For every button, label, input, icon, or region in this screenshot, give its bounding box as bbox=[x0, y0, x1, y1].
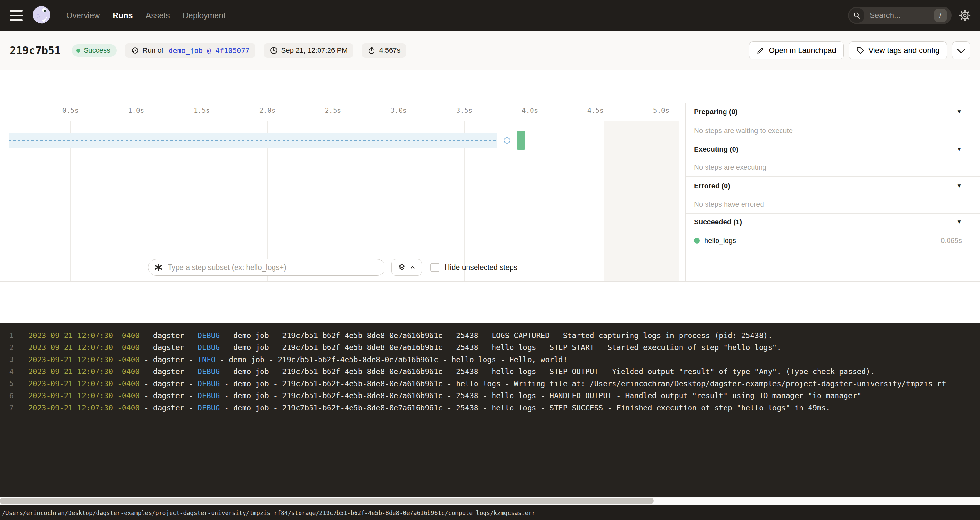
empty-message: No steps are waiting to execute bbox=[694, 127, 793, 135]
log-line: 32023-09-21 12:07:30 -0400 - dagster - I… bbox=[0, 354, 980, 366]
log-line-number: 6 bbox=[0, 392, 20, 400]
log-line-text: 2023-09-21 12:07:30 -0400 - dagster - IN… bbox=[20, 355, 568, 364]
axis-tick-label: 4.5s bbox=[587, 107, 604, 114]
chevron-down-icon bbox=[957, 46, 965, 53]
axis-tick-label: 3.5s bbox=[456, 107, 473, 114]
graph-query-toggle-button[interactable] bbox=[391, 259, 422, 276]
top-nav: Overview Runs Assets Deployment / bbox=[0, 0, 980, 31]
log-line-text: 2023-09-21 12:07:30 -0400 - dagster - DE… bbox=[20, 404, 830, 412]
step-row-hello-logs[interactable]: hello_logs 0.065s bbox=[686, 230, 980, 251]
search-icon bbox=[849, 8, 864, 23]
axis-tick-label: 1.0s bbox=[128, 107, 145, 114]
log-line: 72023-09-21 12:07:30 -0400 - dagster - D… bbox=[0, 402, 980, 414]
log-line-number: 3 bbox=[0, 355, 20, 363]
log-line: 12023-09-21 12:07:30 -0400 - dagster - D… bbox=[0, 330, 980, 342]
run-of-prefix: Run of bbox=[143, 46, 165, 55]
gear-icon[interactable] bbox=[959, 10, 971, 22]
hide-unselected-row: Hide unselected steps bbox=[431, 263, 517, 272]
nav-link-deployment[interactable]: Deployment bbox=[183, 11, 226, 20]
op-selector-icon bbox=[153, 263, 163, 272]
run-of-job-link[interactable]: demo_job @ 4f105077 bbox=[169, 47, 250, 55]
section-header-succeeded[interactable]: Succeeded (1) ▼ bbox=[686, 214, 980, 230]
slash-key-hint: / bbox=[934, 9, 947, 22]
empty-message: No steps have errored bbox=[694, 200, 764, 209]
hide-unselected-label: Hide unselected steps bbox=[445, 263, 517, 272]
chevron-down-icon[interactable]: ▼ bbox=[956, 146, 962, 153]
axis-tick-label: 1.5s bbox=[194, 107, 210, 114]
nav-link-runs[interactable]: Runs bbox=[113, 11, 133, 20]
section-title: Preparing (0) bbox=[694, 108, 738, 116]
view-tags-config-button[interactable]: View tags and config bbox=[849, 41, 947, 59]
pencil-icon bbox=[756, 46, 765, 55]
tag-icon bbox=[856, 46, 864, 55]
log-line-number: 5 bbox=[0, 380, 20, 388]
run-of-tag: Run of demo_job @ 4f105077 bbox=[125, 43, 255, 57]
search-input[interactable] bbox=[869, 11, 928, 20]
status-badge: Success bbox=[72, 44, 117, 57]
log-line-number: 1 bbox=[0, 331, 20, 339]
layers-icon bbox=[397, 263, 407, 272]
clock-icon bbox=[270, 46, 278, 55]
scrollbar-thumb[interactable] bbox=[0, 498, 654, 504]
duration-value: 4.567s bbox=[379, 46, 400, 55]
step-subset-row: Hide unselected steps bbox=[148, 259, 517, 276]
log-line-text: 2023-09-21 12:07:30 -0400 - dagster - DE… bbox=[20, 380, 946, 388]
step-subset-input[interactable] bbox=[167, 263, 385, 272]
stopwatch-icon bbox=[368, 46, 376, 55]
menu-icon[interactable] bbox=[10, 10, 22, 21]
log-toolbar: stdout stderr bbox=[0, 281, 980, 323]
duration-tag: 4.567s bbox=[362, 43, 406, 57]
log-line: 52023-09-21 12:07:30 -0400 - dagster - D… bbox=[0, 377, 980, 390]
hide-unselected-checkbox[interactable] bbox=[431, 263, 439, 272]
chevron-up-icon bbox=[409, 264, 416, 271]
log-line-number: 4 bbox=[0, 368, 20, 376]
section-header-executing[interactable]: Executing (0) ▼ bbox=[686, 140, 980, 159]
log-line: 62023-09-21 12:07:30 -0400 - dagster - D… bbox=[0, 390, 980, 402]
step-name: hello_logs bbox=[704, 236, 736, 245]
step-bar-hello-logs[interactable] bbox=[517, 131, 525, 150]
open-in-launchpad-button[interactable]: Open in Launchpad bbox=[749, 41, 843, 59]
log-line: 22023-09-21 12:07:30 -0400 - dagster - D… bbox=[0, 342, 980, 354]
search-bar[interactable]: / bbox=[848, 7, 952, 24]
log-line-text: 2023-09-21 12:07:30 -0400 - dagster - DE… bbox=[20, 367, 875, 376]
post-run-shaded-region bbox=[604, 121, 679, 281]
chevron-down-icon[interactable]: ▼ bbox=[956, 219, 962, 225]
section-title: Executing (0) bbox=[694, 145, 738, 154]
gantt-chart: 0.5s1.0s1.5s2.0s2.5s3.0s3.5s4.0s4.5s5.0s bbox=[0, 103, 685, 281]
header-more-actions-button[interactable] bbox=[952, 41, 970, 59]
axis-tick-label: 5.0s bbox=[653, 107, 670, 114]
section-title: Errored (0) bbox=[694, 182, 730, 190]
axis-tick-label: 3.0s bbox=[391, 107, 407, 114]
dagster-logo-icon[interactable] bbox=[31, 5, 52, 26]
started-time: Sep 21, 12:07:26 PM bbox=[281, 46, 348, 55]
axis-tick-label: 4.0s bbox=[522, 107, 538, 114]
log-line-text: 2023-09-21 12:07:30 -0400 - dagster - DE… bbox=[20, 343, 781, 352]
section-header-errored[interactable]: Errored (0) ▼ bbox=[686, 177, 980, 195]
view-tags-config-label: View tags and config bbox=[869, 46, 939, 55]
chevron-down-icon[interactable]: ▼ bbox=[956, 183, 962, 189]
status-label: Success bbox=[84, 46, 110, 55]
history-icon bbox=[131, 46, 139, 55]
step-status-panel: Preparing (0) ▼ No steps are waiting to … bbox=[685, 103, 980, 281]
log-lines: 12023-09-21 12:07:30 -0400 - dagster - D… bbox=[0, 330, 980, 414]
gantt-toolbar: Hide not started steps bbox=[0, 70, 980, 103]
log-file-path: /Users/erincochran/Desktop/dagster-examp… bbox=[2, 509, 535, 516]
gridline bbox=[595, 121, 596, 281]
nav-link-assets[interactable]: Assets bbox=[146, 11, 170, 20]
nav-link-overview[interactable]: Overview bbox=[66, 11, 100, 20]
chevron-down-icon[interactable]: ▼ bbox=[956, 109, 962, 115]
empty-row-executing: No steps are executing bbox=[686, 159, 980, 177]
empty-row-errored: No steps have errored bbox=[686, 195, 980, 214]
dependency-dotted-line bbox=[10, 140, 497, 141]
axis-tick-label: 2.0s bbox=[259, 107, 276, 114]
empty-message: No steps are executing bbox=[694, 163, 766, 171]
axis-tick-label: 0.5s bbox=[62, 107, 79, 114]
step-success-dot-icon bbox=[694, 238, 700, 244]
log-output[interactable]: 12023-09-21 12:07:30 -0400 - dagster - D… bbox=[0, 323, 980, 496]
step-duration: 0.065s bbox=[941, 236, 962, 245]
section-header-preparing[interactable]: Preparing (0) ▼ bbox=[686, 103, 980, 121]
gridline bbox=[530, 121, 530, 281]
step-subset-inputbox[interactable] bbox=[148, 259, 385, 276]
success-dot-icon bbox=[76, 49, 80, 53]
log-line-text: 2023-09-21 12:07:30 -0400 - dagster - DE… bbox=[20, 392, 861, 400]
